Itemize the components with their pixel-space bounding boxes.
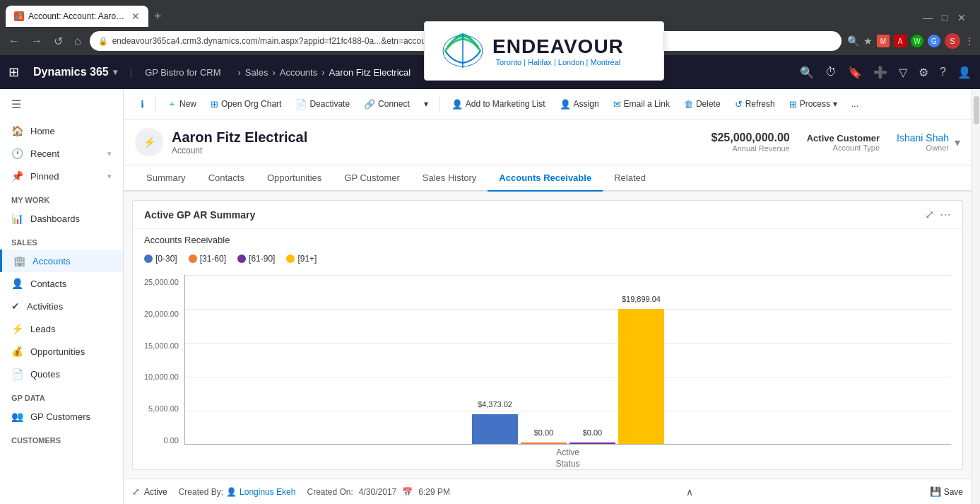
d365-bookmark-icon[interactable]: 🔖 (848, 66, 862, 79)
sidebar-item-contacts[interactable]: 👤 Contacts (0, 272, 123, 295)
browser-tab[interactable]: Account: Account: Aaron Fitz Ele... ✕ (6, 6, 148, 27)
breadcrumb-accounts[interactable]: Accounts (280, 67, 317, 78)
close-button[interactable]: ✕ (955, 11, 969, 25)
email-icon: ✉ (613, 99, 621, 110)
home-button[interactable]: ⌂ (71, 32, 84, 50)
logo-brand-name: ENDEAVOUR (492, 35, 624, 58)
more-button[interactable]: ... (846, 96, 864, 112)
bar-61-90[interactable]: $0.00 (569, 443, 615, 444)
logo-overlay: ENDEAVOUR Toronto | Halifax | London | M… (424, 21, 664, 81)
org-chart-icon: ⊞ (211, 99, 218, 110)
record-expand-chevron-icon[interactable]: ▾ (955, 136, 960, 149)
y-label-20000: 20,000.00 (144, 310, 179, 318)
save-button[interactable]: 💾 Save (930, 486, 963, 497)
scrollbar-thumb[interactable] (974, 96, 979, 124)
tab-related[interactable]: Related (603, 165, 657, 192)
chart-more-icon[interactable]: ⋯ (940, 208, 951, 221)
bar-0-30[interactable]: $4,373.02 (472, 414, 518, 444)
forward-button[interactable]: → (28, 32, 45, 50)
d365-search-icon[interactable]: 🔍 (800, 66, 814, 79)
sidebar-item-leads[interactable]: ⚡ Leads (0, 317, 123, 340)
tab-sales-history[interactable]: Sales History (411, 165, 488, 192)
minimize-button[interactable]: — (921, 11, 935, 25)
d365-help-icon[interactable]: ? (940, 66, 946, 78)
sidebar-item-pinned[interactable]: 📌 Pinned ▾ (0, 165, 123, 187)
owner-value[interactable]: Ishani Shah (897, 132, 949, 143)
recent-label: Recent (30, 148, 59, 159)
tab-opportunities[interactable]: Opportunities (256, 165, 333, 192)
deactivate-button[interactable]: 📄 Deactivate (290, 96, 355, 112)
tab-contacts[interactable]: Contacts (197, 165, 256, 192)
d365-filter-icon[interactable]: ▽ (899, 66, 907, 79)
d365-add-icon[interactable]: ➕ (873, 66, 887, 79)
pinned-label: Pinned (30, 171, 59, 182)
d365-settings-icon[interactable]: ⚙ (919, 66, 928, 79)
search-icon[interactable]: 🔍 (847, 35, 859, 47)
d365-brand[interactable]: Dynamics 365 ▾ (33, 66, 117, 78)
bar-0-30-label: $4,373.02 (478, 400, 512, 409)
assign-button[interactable]: 👤 Assign (554, 96, 605, 112)
sidebar-item-activities[interactable]: ✔ Activities (0, 295, 123, 317)
sidebar-item-recent[interactable]: 🕐 Recent ▾ (0, 142, 123, 165)
info-button[interactable]: ℹ (135, 96, 150, 112)
sidebar-item-accounts[interactable]: 🏢 Accounts (0, 250, 123, 272)
tab-accounts-receivable[interactable]: Accounts Receivable (488, 165, 603, 192)
bar-91plus[interactable]: $19,899.04 (618, 309, 664, 444)
x-label-active: Active (556, 447, 579, 457)
extensions-icon[interactable]: M (877, 35, 890, 47)
back-button[interactable]: ← (6, 32, 23, 50)
ext3-icon[interactable]: W (911, 35, 923, 47)
maximize-button[interactable]: □ (938, 11, 952, 25)
creator-link[interactable]: Longinus Ekeh (240, 487, 295, 497)
legend-0-30: [0-30] (144, 254, 177, 264)
bar-91plus-rect (618, 309, 664, 444)
sidebar-item-opportunities[interactable]: 💰 Opportunities (0, 340, 123, 363)
account-type-value: Active Customer (807, 133, 880, 143)
breadcrumb-sales[interactable]: Sales (245, 67, 268, 78)
expand-icon[interactable]: ⤢ (132, 486, 140, 497)
bar-91plus-label: $19,899.04 (622, 295, 661, 303)
tab-close-button[interactable]: ✕ (131, 11, 140, 22)
tab-summary[interactable]: Summary (135, 165, 197, 192)
new-tab-button[interactable]: + (154, 9, 162, 24)
sidebar-item-dashboards[interactable]: 📊 Dashboards (0, 207, 123, 230)
right-scrollbar[interactable] (972, 89, 980, 504)
profile-icon[interactable]: S (945, 33, 960, 49)
process-button[interactable]: ⊞ Process ▾ (784, 96, 843, 112)
more-icon[interactable]: ⋮ (964, 35, 974, 47)
sidebar-item-home[interactable]: 🏠 Home (0, 119, 123, 142)
new-icon: ＋ (167, 98, 177, 110)
email-a-link-button[interactable]: ✉ Email a Link (608, 96, 675, 112)
process-chevron-icon: ▾ (833, 99, 837, 109)
legend-91plus: [91+] (286, 254, 317, 264)
connect-chevron-button[interactable]: ▾ (418, 96, 434, 112)
new-button[interactable]: ＋ New (162, 95, 202, 113)
ext2-icon[interactable]: A (894, 35, 907, 47)
d365-user-icon[interactable]: 👤 (957, 66, 972, 79)
sidebar-item-quotes[interactable]: 📄 Quotes (0, 363, 123, 385)
user-icon-small: 👤 (226, 487, 237, 497)
refresh-button[interactable]: ↺ Refresh (729, 96, 781, 112)
nav-app-label: GP Bistro for CRM (145, 67, 220, 78)
connect-button[interactable]: 🔗 Connect (358, 96, 415, 112)
waffle-icon[interactable]: ⊞ (8, 64, 19, 80)
d365-recent-icon[interactable]: ⏱ (825, 66, 837, 78)
add-to-marketing-list-button[interactable]: 👤 Add to Marketing List (446, 96, 551, 112)
bar-31-60[interactable]: $0.00 (521, 443, 567, 444)
tab-gp-customer[interactable]: GP Customer (333, 165, 411, 192)
bar-group: $4,373.02 $0.00 (472, 309, 664, 444)
sidebar-toggle-button[interactable]: ☰ (0, 89, 123, 119)
logo-svg (442, 33, 484, 69)
chart-expand-icon[interactable]: ⤢ (925, 208, 934, 221)
bars-container: $4,373.02 $0.00 (184, 275, 951, 470)
ext4-icon[interactable]: G (928, 35, 940, 47)
bookmark-icon[interactable]: ★ (863, 35, 873, 47)
open-org-chart-button[interactable]: ⊞ Open Org Chart (205, 96, 287, 112)
legend-61-90: [61-90] (237, 254, 275, 264)
pinned-icon: 📌 (11, 170, 23, 182)
reload-button[interactable]: ↺ (51, 32, 66, 51)
bar-0-30-rect (472, 414, 518, 444)
up-arrow-icon[interactable]: ∧ (686, 486, 693, 498)
delete-button[interactable]: 🗑 Delete (678, 96, 726, 112)
sidebar-item-gp-customers[interactable]: 👥 GP Customers (0, 405, 123, 428)
